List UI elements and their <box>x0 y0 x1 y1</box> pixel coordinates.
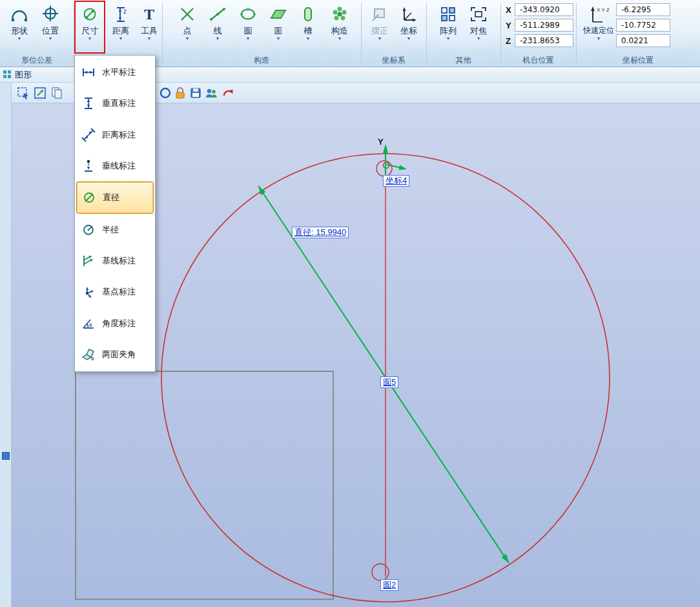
circle-button[interactable]: 圆 ▼ <box>235 2 261 52</box>
group-separator <box>426 3 427 63</box>
group-label-coordsys: 坐标系 <box>361 55 426 66</box>
button-label: 位置 <box>42 26 59 36</box>
button-label: 形状 <box>11 26 28 36</box>
line-button[interactable]: 线 ▼ <box>205 2 231 52</box>
circle2-marker[interactable] <box>372 564 389 581</box>
button-label: 线 <box>214 26 222 36</box>
two-plane-angle-icon: θ <box>81 347 96 362</box>
button-label: 距离 <box>112 26 129 36</box>
coordpos-value-1: -6.2295 <box>616 3 670 16</box>
svg-text:z: z <box>123 8 127 15</box>
svg-text:T: T <box>144 6 154 23</box>
menu-item-label: 垂直标注 <box>102 98 136 109</box>
slot-button[interactable]: 槽 ▼ <box>296 2 320 52</box>
plane-button[interactable]: 面 ▼ <box>265 2 291 52</box>
focus-button[interactable]: 对焦 ▼ <box>464 2 493 52</box>
align-button[interactable]: 摆正 ▼ <box>366 2 393 52</box>
chevron-down-icon: ▼ <box>446 36 451 41</box>
coordpos-value-3: 0.0221 <box>616 34 670 47</box>
dimension-size-button[interactable]: 尺寸 ▼ <box>76 2 104 52</box>
y-axis-label: Y <box>378 137 384 147</box>
select-region-icon[interactable] <box>16 86 30 100</box>
graphics-tab-icon <box>3 69 12 80</box>
menu-item-diameter[interactable]: 直径 <box>76 181 154 214</box>
button-label: 槽 <box>304 26 313 36</box>
coord4-label[interactable]: 坐标4 <box>383 175 409 187</box>
menu-item-distance-dimension[interactable]: 距离标注 <box>76 119 154 150</box>
coordinate-button[interactable]: 坐标 ▼ <box>395 2 422 52</box>
axis-name: Y <box>506 21 515 30</box>
coordpos-row-2: -10.7752 <box>616 19 670 32</box>
panel-handle[interactable] <box>2 452 10 460</box>
group-label-tolerance: 形位公差 <box>0 55 74 66</box>
group-label-construct: 构造 <box>162 55 361 66</box>
chevron-down-icon: ▼ <box>306 36 311 41</box>
axis-name: Z <box>506 36 515 46</box>
circle-icon <box>238 3 258 26</box>
menu-item-perpendicular-dimension[interactable]: 垂线标注 <box>76 150 154 181</box>
group-separator <box>576 3 577 63</box>
lock-icon[interactable] <box>173 86 187 100</box>
menu-item-label: 水平标注 <box>102 67 136 78</box>
align-icon <box>370 3 389 26</box>
zoom-fit-icon[interactable] <box>33 86 47 100</box>
machine-x-row: X -343.0920 <box>506 3 573 16</box>
chevron-down-icon: ▼ <box>407 36 411 41</box>
users-icon[interactable] <box>204 86 218 100</box>
menu-item-two-plane-angle[interactable]: θ 两面夹角 <box>76 339 154 370</box>
quick-position-button[interactable]: X Y Z 快速定位 ▼ <box>581 2 616 52</box>
construct-button[interactable]: 构造 ▼ <box>325 2 355 52</box>
button-label: 快速定位 <box>583 26 614 36</box>
group-label-machine: 机台位置 <box>500 55 576 66</box>
reference-rectangle[interactable] <box>76 371 333 599</box>
group-label-coordpos: 坐标位置 <box>576 55 700 66</box>
menu-item-basepoint-dimension[interactable]: 基点标注 <box>76 276 154 307</box>
coordpos-row-1: -6.2295 <box>616 3 670 16</box>
tab-graphics[interactable]: 图形 <box>0 67 38 82</box>
menu-item-label: 基线标注 <box>102 255 136 267</box>
vertical-dimension-icon <box>81 96 96 111</box>
group-separator <box>162 3 163 63</box>
copy-view-icon[interactable] <box>50 86 64 100</box>
chevron-down-icon: ▼ <box>246 36 251 41</box>
svg-text:θ: θ <box>89 322 92 328</box>
distance-dimension-icon <box>81 127 96 143</box>
distance-icon: z <box>111 3 130 26</box>
plane-icon <box>269 3 288 26</box>
diameter-measure-line[interactable] <box>258 186 509 563</box>
menu-item-baseline-dimension[interactable]: 基线标注 <box>76 245 154 276</box>
point-x-icon <box>178 3 197 26</box>
redo-arrow-icon[interactable] <box>221 86 235 100</box>
quick-position-xyz-icon: X Y Z <box>587 3 610 26</box>
x-axis-arrow <box>387 165 407 170</box>
point-button[interactable]: 点 ▼ <box>174 2 200 52</box>
button-label: 面 <box>274 26 283 36</box>
menu-item-radius[interactable]: 半径 <box>76 214 154 245</box>
circle2-label[interactable]: 圆2 <box>380 579 398 591</box>
array-button[interactable]: 阵列 ▼ <box>435 2 462 52</box>
axis-name: X <box>506 5 515 15</box>
baseline-dimension-icon <box>81 253 96 269</box>
diameter-value-label[interactable]: 直径: 15.9940 <box>292 227 349 238</box>
construct-cluster-icon <box>330 3 349 26</box>
radius-icon <box>81 222 96 238</box>
dimension-tools-button[interactable]: T 工具 ▼ <box>136 2 162 52</box>
menu-item-label: 两面夹角 <box>102 349 136 360</box>
left-panel-strip <box>0 83 12 607</box>
cmm-application-window: 形状 ▼ 位置 ▼ 形位公差 尺寸 ▼ z 距离 ▼ <box>0 0 700 607</box>
position-tolerance-button[interactable]: 位置 ▼ <box>36 2 65 52</box>
svg-text:θ: θ <box>91 356 94 362</box>
dimension-distance-button[interactable]: z 距离 ▼ <box>107 2 134 52</box>
menu-item-angle-dimension[interactable]: θ 角度标注 <box>76 307 154 338</box>
menu-item-vertical-dimension[interactable]: 垂直标注 <box>76 88 154 119</box>
shape-tolerance-button[interactable]: 形状 ▼ <box>5 2 34 52</box>
save-icon[interactable] <box>189 86 203 100</box>
array-grid-icon <box>438 3 458 26</box>
circle-display-icon[interactable] <box>158 86 172 100</box>
coord4-origin-marker[interactable] <box>376 161 392 176</box>
circle5-label[interactable]: 圆5 <box>380 376 398 388</box>
tab-label: 图形 <box>15 69 32 81</box>
button-label: 坐标 <box>400 26 417 36</box>
menu-item-horizontal-dimension[interactable]: 水平标注 <box>76 57 154 88</box>
focus-bracket-icon <box>469 3 488 26</box>
